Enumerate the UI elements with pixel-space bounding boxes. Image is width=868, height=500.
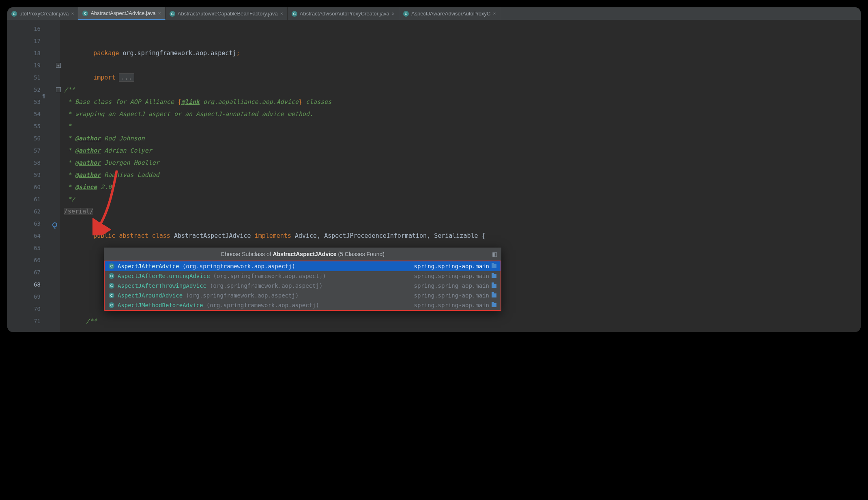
line-number[interactable]: 16 [7, 23, 60, 35]
javadoc-link-tag: @link [181, 98, 200, 106]
line-number[interactable]: 52− [7, 84, 60, 96]
line-number[interactable]: 53 [7, 96, 60, 108]
line-number[interactable]: 18 [7, 47, 60, 59]
subclass-package: (org.springframework.aop.aspectj) [213, 273, 326, 279]
line-number[interactable]: 66 [7, 254, 60, 266]
implements-list: Advice, AspectJPrecedenceInformation, Se… [291, 232, 482, 239]
line-number[interactable]: 59 [7, 169, 60, 181]
subclass-list-item[interactable]: CAspectJAfterReturningAdvice (org.spring… [105, 271, 501, 281]
line-number[interactable]: 70 [7, 303, 60, 315]
keyword-public: public [93, 232, 115, 239]
editor-tab[interactable]: CAbstractAdvisorAutoProxyCreator.java× [288, 7, 399, 20]
tab-label: AspectJAwareAdvisorAutoProxyC [411, 11, 491, 17]
subclass-module: spring.spring-aop.main [414, 302, 496, 308]
class-icon: C [109, 273, 114, 279]
line-number[interactable]: 55 [7, 120, 60, 132]
javadoc-close: */ [64, 196, 75, 203]
tab-label: AbstractAdvisorAutoProxyCreator.java [300, 11, 389, 17]
close-icon[interactable]: × [71, 11, 74, 17]
keyword-package: package [93, 50, 119, 57]
subclass-name: AspectJAroundAdvice [118, 292, 183, 299]
subclass-package: (org.springframework.aop.aspectj) [206, 302, 319, 308]
overridden-gutter-icon[interactable] [52, 220, 58, 227]
line-number[interactable]: 60 [7, 181, 60, 193]
subclass-module: spring.spring-aop.main [414, 292, 496, 299]
line-number[interactable]: 56 [7, 132, 60, 144]
close-icon[interactable]: × [280, 11, 283, 17]
close-icon[interactable]: × [158, 11, 161, 16]
line-number[interactable]: 67 [7, 266, 60, 278]
editor-code[interactable]: package org.springframework.aop.aspectj;… [60, 20, 861, 332]
line-number[interactable]: 65 [7, 242, 60, 254]
class-name: AbstractAspectJAdvice [170, 232, 251, 239]
svg-point-0 [53, 223, 57, 227]
tab-label: AbstractAspectJAdvice.java [90, 10, 155, 16]
line-number[interactable]: 54 [7, 108, 60, 120]
javadoc-author-tag: @author [75, 135, 101, 142]
subclass-module: spring.spring-aop.main [414, 263, 496, 269]
subclass-package: (org.springframework.aop.aspectj) [210, 282, 322, 289]
line-number[interactable]: 68 [7, 278, 60, 291]
folded-imports[interactable]: ... [119, 73, 134, 82]
line-number[interactable]: 71 [7, 315, 60, 327]
choose-subclass-popup: Choose Subclass of AbstractAspectJAdvice… [104, 248, 501, 311]
class-file-icon: C [82, 11, 88, 16]
class-file-icon: C [11, 11, 17, 17]
close-icon[interactable]: × [392, 11, 395, 17]
line-number[interactable]: 62 [7, 205, 60, 218]
editor-gutter: ¶ 16171819+5152−535455565758596061626364… [7, 20, 60, 332]
editor-area: ¶ 16171819+5152−535455565758596061626364… [7, 20, 861, 332]
javadoc-open: /** [64, 86, 75, 93]
subclass-name: AspectJAfterThrowingAdvice [118, 282, 206, 289]
subclass-module: spring.spring-aop.main [414, 273, 496, 279]
subclass-list-item[interactable]: CAspectJAroundAdvice (org.springframewor… [105, 291, 501, 300]
line-number[interactable]: 69 [7, 291, 60, 303]
class-icon: C [109, 302, 114, 308]
line-number[interactable]: 17 [7, 35, 60, 47]
editor-tab[interactable]: CAbstractAutowireCapableBeanFactory.java… [165, 7, 288, 20]
editor-tab-bar: CutoProxyCreator.java×CAbstractAspectJAd… [7, 7, 861, 20]
module-icon [492, 303, 496, 307]
module-icon [492, 274, 496, 278]
line-number[interactable]: 19+ [7, 59, 60, 71]
line-number[interactable]: 61 [7, 193, 60, 205]
pin-icon[interactable]: ◧ [492, 251, 497, 257]
class-file-icon: C [170, 11, 175, 17]
class-icon: C [109, 293, 114, 298]
line-number[interactable]: 63 [7, 218, 60, 230]
editor-tab[interactable]: CutoProxyCreator.java× [7, 7, 78, 20]
tab-label: utoProxyCreator.java [19, 11, 69, 17]
annotation-serial: /serial/ [64, 208, 93, 215]
module-icon [492, 264, 496, 268]
close-icon[interactable]: × [493, 11, 496, 17]
editor-tab[interactable]: CAbstractAspectJAdvice.java× [78, 7, 165, 20]
class-icon: C [109, 263, 114, 269]
package-name: org.springframework.aop.aspectj [119, 50, 236, 57]
line-number[interactable]: 51 [7, 71, 60, 84]
subclass-package: (org.springframework.aop.aspectj) [186, 292, 299, 299]
subclass-list-item[interactable]: CAspectJMethodBeforeAdvice (org.springfr… [105, 300, 501, 310]
subclass-name: AspectJAfterAdvice [118, 263, 179, 269]
javadoc-since-tag: @since [75, 183, 97, 191]
editor-tab[interactable]: CAspectJAwareAdvisorAutoProxyC× [399, 7, 501, 20]
popup-title: Choose Subclass of AbstractAspectJAdvice… [104, 248, 501, 261]
module-icon [492, 293, 496, 297]
subclass-name: AspectJAfterReturningAdvice [118, 273, 210, 279]
keyword-implements: implements [251, 232, 291, 239]
tab-label: AbstractAutowireCapableBeanFactory.java [178, 11, 278, 17]
module-icon [492, 284, 496, 288]
line-number[interactable]: 64 [7, 230, 60, 242]
line-number[interactable]: 58 [7, 157, 60, 169]
subclass-name: AspectJMethodBeforeAdvice [118, 302, 203, 308]
popup-list: CAspectJAfterAdvice (org.springframework… [104, 261, 501, 311]
ide-window: CutoProxyCreator.java×CAbstractAspectJAd… [7, 7, 861, 332]
subclass-package: (org.springframework.aop.aspectj) [183, 263, 295, 269]
class-file-icon: C [403, 11, 409, 17]
subclass-module: spring.spring-aop.main [414, 282, 496, 289]
class-icon: C [109, 283, 114, 289]
line-number[interactable]: 57 [7, 144, 60, 157]
class-file-icon: C [292, 11, 297, 17]
subclass-list-item[interactable]: CAspectJAfterAdvice (org.springframework… [105, 261, 501, 271]
subclass-list-item[interactable]: CAspectJAfterThrowingAdvice (org.springf… [105, 281, 501, 291]
keyword-import: import [93, 74, 115, 81]
